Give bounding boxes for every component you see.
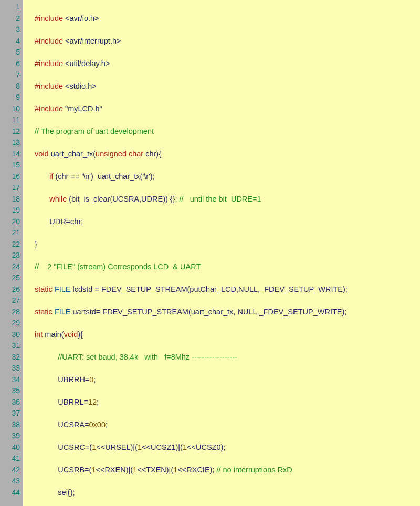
line-number: 4 bbox=[7, 36, 20, 47]
line-number: 16 bbox=[7, 171, 20, 183]
code-line: static FILE uartstd= FDEV_SETUP_STREAM(u… bbox=[35, 307, 415, 318]
line-number: 38 bbox=[7, 419, 20, 431]
code-line: int main(void){ bbox=[35, 329, 415, 341]
line-number: 32 bbox=[7, 352, 20, 363]
line-number: 11 bbox=[7, 114, 20, 126]
line-number: 14 bbox=[7, 149, 20, 160]
line-number: 30 bbox=[7, 329, 20, 341]
line-number: 39 bbox=[7, 430, 20, 442]
line-number: 17 bbox=[7, 182, 20, 194]
line-number: 21 bbox=[7, 227, 20, 239]
code-editor: 1234567891011121314151617181920212223242… bbox=[0, 0, 420, 506]
line-number: 44 bbox=[7, 487, 20, 499]
line-number: 28 bbox=[7, 307, 20, 318]
line-number: 24 bbox=[7, 261, 20, 273]
line-number: 22 bbox=[7, 239, 20, 250]
line-number: 36 bbox=[7, 397, 20, 408]
line-number: 5 bbox=[7, 47, 20, 58]
line-number: 6 bbox=[7, 58, 20, 70]
line-number: 8 bbox=[7, 81, 20, 92]
code-line: //UART: set baud, 38.4k with f=8Mhz ----… bbox=[35, 352, 415, 363]
line-number: 25 bbox=[7, 272, 20, 284]
line-number: 33 bbox=[7, 363, 20, 374]
code-area: #include <avr/io.h> #include <avr/interr… bbox=[23, 0, 420, 506]
code-line: sei(); bbox=[35, 487, 415, 499]
line-number: 27 bbox=[7, 295, 20, 307]
line-number: 43 bbox=[7, 476, 20, 487]
code-line: #include <avr/interrupt.h> bbox=[35, 36, 415, 47]
code-line: // 2 "FILE" (stream) Corresponds LCD & U… bbox=[35, 261, 415, 273]
line-number: 23 bbox=[7, 250, 20, 261]
line-number: 1 bbox=[7, 2, 20, 13]
line-number: 29 bbox=[7, 318, 20, 329]
line-number: 26 bbox=[7, 284, 20, 296]
code-line: UBRRH=0; bbox=[35, 374, 415, 386]
line-number: 2 bbox=[7, 13, 20, 25]
line-number: 40 bbox=[7, 442, 20, 454]
code-line: #include <stdio.h> bbox=[35, 81, 415, 92]
code-line: void uart_char_tx(unsigned char chr){ bbox=[35, 149, 415, 160]
line-number: 34 bbox=[7, 374, 20, 386]
code-line: #include <util/delay.h> bbox=[35, 58, 415, 70]
line-number: 9 bbox=[7, 92, 20, 103]
line-number: 3 bbox=[7, 24, 20, 36]
code-line: static FILE lcdstd = FDEV_SETUP_STREAM(p… bbox=[35, 284, 415, 296]
code-line: UDR=chr; bbox=[35, 216, 415, 228]
code-line: UCSRA=0x00; bbox=[35, 419, 415, 431]
line-number: 18 bbox=[7, 194, 20, 205]
code-line: #include <avr/io.h> bbox=[35, 13, 415, 25]
code-line: // The program of uart development bbox=[35, 126, 415, 138]
line-number: 10 bbox=[7, 103, 20, 115]
code-line: } bbox=[35, 239, 415, 250]
line-number: 42 bbox=[7, 465, 20, 476]
line-number: 37 bbox=[7, 408, 20, 419]
code-line: #include "myLCD.h" bbox=[35, 103, 415, 115]
line-number: 15 bbox=[7, 160, 20, 171]
code-line: while (bit_is_clear(UCSRA,UDRE)) {}; // … bbox=[35, 194, 415, 205]
code-line: UCSRC=(1<<URSEL)|(1<<UCSZ1)|(1<<UCSZ0); bbox=[35, 442, 415, 454]
line-number: 35 bbox=[7, 385, 20, 397]
line-number: 31 bbox=[7, 340, 20, 352]
line-number-gutter: 1234567891011121314151617181920212223242… bbox=[0, 0, 23, 506]
line-number: 7 bbox=[7, 69, 20, 81]
line-number: 12 bbox=[7, 126, 20, 138]
line-number: 41 bbox=[7, 453, 20, 465]
line-number: 19 bbox=[7, 205, 20, 216]
line-number: 13 bbox=[7, 137, 20, 149]
code-line: if (chr == '\n') uart_char_tx('\r'); bbox=[35, 171, 415, 183]
line-number: 20 bbox=[7, 216, 20, 228]
code-line: UCSRB=(1<<RXEN)|(1<<TXEN)|(1<<RXCIE); //… bbox=[35, 465, 415, 476]
code-line: UBRRL=12; bbox=[35, 397, 415, 408]
